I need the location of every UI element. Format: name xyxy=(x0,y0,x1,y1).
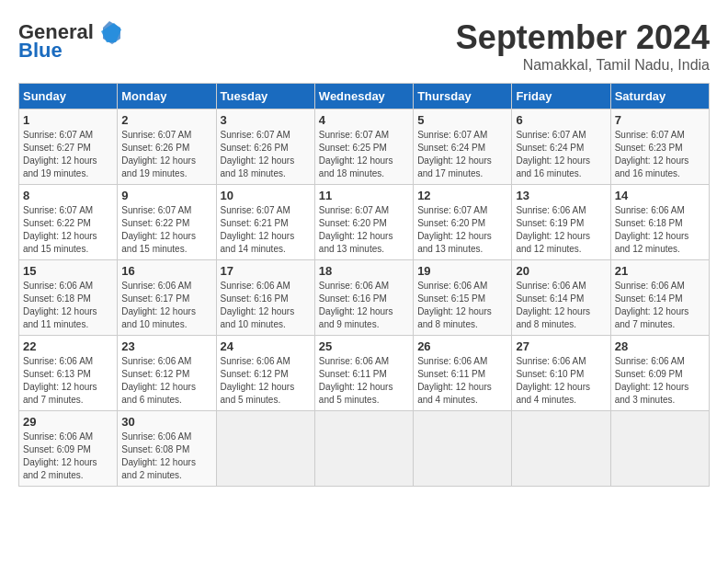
calendar-cell-empty-3-3 xyxy=(314,411,413,487)
calendar-cell-21: 21Sunrise: 6:06 AM Sunset: 6:14 PM Dayli… xyxy=(610,260,709,336)
calendar-header-row: SundayMondayTuesdayWednesdayThursdayFrid… xyxy=(19,84,710,109)
calendar-cell-16: 16Sunrise: 6:06 AM Sunset: 6:17 PM Dayli… xyxy=(118,260,216,336)
day-info-7: Sunrise: 6:07 AM Sunset: 6:23 PM Dayligh… xyxy=(615,129,705,180)
day-number-23: 23 xyxy=(121,339,211,353)
calendar-cell-17: 17Sunrise: 6:06 AM Sunset: 6:16 PM Dayli… xyxy=(216,260,314,336)
day-info-8: Sunrise: 6:07 AM Sunset: 6:22 PM Dayligh… xyxy=(23,204,113,256)
day-info-10: Sunrise: 6:07 AM Sunset: 6:21 PM Dayligh… xyxy=(221,204,311,256)
day-info-19: Sunrise: 6:06 AM Sunset: 6:15 PM Dayligh… xyxy=(417,280,507,331)
day-info-27: Sunrise: 6:06 AM Sunset: 6:10 PM Dayligh… xyxy=(516,355,606,407)
calendar-cell-empty-3-4 xyxy=(414,411,512,487)
day-info-13: Sunrise: 6:06 AM Sunset: 6:19 PM Dayligh… xyxy=(516,204,606,256)
calendar-cell-empty-3-6 xyxy=(610,411,709,487)
logo-icon xyxy=(96,18,123,46)
calendar-cell-empty-3-2 xyxy=(216,411,314,487)
calendar-cell-20: 20Sunrise: 6:06 AM Sunset: 6:14 PM Dayli… xyxy=(512,260,610,336)
day-info-23: Sunrise: 6:06 AM Sunset: 6:12 PM Dayligh… xyxy=(121,355,211,407)
calendar-cell-29: 29Sunrise: 6:06 AM Sunset: 6:09 PM Dayli… xyxy=(19,411,118,487)
day-number-18: 18 xyxy=(319,264,409,278)
calendar-cell-13: 13Sunrise: 6:06 AM Sunset: 6:19 PM Dayli… xyxy=(512,185,610,260)
day-header-sunday: Sunday xyxy=(19,84,118,109)
logo-blue: Blue xyxy=(18,39,63,63)
day-number-15: 15 xyxy=(23,264,113,278)
calendar-cell-3: 3Sunrise: 6:07 AM Sunset: 6:26 PM Daylig… xyxy=(216,109,314,185)
day-header-wednesday: Wednesday xyxy=(314,84,413,109)
day-number-10: 10 xyxy=(221,189,311,202)
day-header-friday: Friday xyxy=(512,84,610,109)
calendar-cell-23: 23Sunrise: 6:06 AM Sunset: 6:12 PM Dayli… xyxy=(118,336,216,411)
day-number-17: 17 xyxy=(221,264,311,278)
day-info-20: Sunrise: 6:06 AM Sunset: 6:14 PM Dayligh… xyxy=(516,280,606,331)
day-number-12: 12 xyxy=(417,189,507,202)
day-number-13: 13 xyxy=(516,189,606,202)
month-title: September 2024 xyxy=(456,18,710,57)
day-info-29: Sunrise: 6:06 AM Sunset: 6:09 PM Dayligh… xyxy=(23,431,113,482)
calendar-cell-14: 14Sunrise: 6:06 AM Sunset: 6:18 PM Dayli… xyxy=(610,185,709,260)
calendar-week-1: 1Sunrise: 6:07 AM Sunset: 6:27 PM Daylig… xyxy=(19,109,710,185)
day-number-14: 14 xyxy=(615,189,705,202)
day-info-14: Sunrise: 6:06 AM Sunset: 6:18 PM Dayligh… xyxy=(615,204,705,256)
day-number-2: 2 xyxy=(121,113,211,127)
day-info-18: Sunrise: 6:06 AM Sunset: 6:16 PM Dayligh… xyxy=(319,280,409,331)
calendar-week-3: 15Sunrise: 6:06 AM Sunset: 6:18 PM Dayli… xyxy=(19,260,710,336)
day-header-tuesday: Tuesday xyxy=(216,84,314,109)
calendar-cell-18: 18Sunrise: 6:06 AM Sunset: 6:16 PM Dayli… xyxy=(314,260,413,336)
day-info-12: Sunrise: 6:07 AM Sunset: 6:20 PM Dayligh… xyxy=(417,204,507,256)
calendar-cell-1: 1Sunrise: 6:07 AM Sunset: 6:27 PM Daylig… xyxy=(19,109,118,185)
calendar-cell-19: 19Sunrise: 6:06 AM Sunset: 6:15 PM Dayli… xyxy=(414,260,512,336)
calendar-cell-6: 6Sunrise: 6:07 AM Sunset: 6:24 PM Daylig… xyxy=(512,109,610,185)
calendar-cell-27: 27Sunrise: 6:06 AM Sunset: 6:10 PM Dayli… xyxy=(512,336,610,411)
day-number-9: 9 xyxy=(121,189,211,202)
day-info-28: Sunrise: 6:06 AM Sunset: 6:09 PM Dayligh… xyxy=(615,355,705,407)
day-info-26: Sunrise: 6:06 AM Sunset: 6:11 PM Dayligh… xyxy=(417,355,507,407)
calendar-cell-30: 30Sunrise: 6:06 AM Sunset: 6:08 PM Dayli… xyxy=(118,411,216,487)
calendar-cell-10: 10Sunrise: 6:07 AM Sunset: 6:21 PM Dayli… xyxy=(216,185,314,260)
day-info-5: Sunrise: 6:07 AM Sunset: 6:24 PM Dayligh… xyxy=(417,129,507,180)
day-number-25: 25 xyxy=(319,339,409,353)
calendar-cell-24: 24Sunrise: 6:06 AM Sunset: 6:12 PM Dayli… xyxy=(216,336,314,411)
day-info-11: Sunrise: 6:07 AM Sunset: 6:20 PM Dayligh… xyxy=(319,204,409,256)
day-info-15: Sunrise: 6:06 AM Sunset: 6:18 PM Dayligh… xyxy=(23,280,113,331)
day-info-3: Sunrise: 6:07 AM Sunset: 6:26 PM Dayligh… xyxy=(221,129,311,180)
day-info-24: Sunrise: 6:06 AM Sunset: 6:12 PM Dayligh… xyxy=(221,355,311,407)
day-number-20: 20 xyxy=(516,264,606,278)
calendar-week-5: 29Sunrise: 6:06 AM Sunset: 6:09 PM Dayli… xyxy=(19,411,710,487)
day-number-16: 16 xyxy=(121,264,211,278)
title-area: September 2024 Namakkal, Tamil Nadu, Ind… xyxy=(456,18,710,74)
calendar-cell-2: 2Sunrise: 6:07 AM Sunset: 6:26 PM Daylig… xyxy=(118,109,216,185)
day-number-22: 22 xyxy=(23,339,113,353)
day-number-5: 5 xyxy=(417,113,507,127)
page-header: General Blue September 2024 Namakkal, Ta… xyxy=(18,18,710,74)
day-header-monday: Monday xyxy=(118,84,216,109)
day-number-26: 26 xyxy=(417,339,507,353)
day-info-22: Sunrise: 6:06 AM Sunset: 6:13 PM Dayligh… xyxy=(23,355,113,407)
day-info-30: Sunrise: 6:06 AM Sunset: 6:08 PM Dayligh… xyxy=(121,431,211,482)
calendar-cell-7: 7Sunrise: 6:07 AM Sunset: 6:23 PM Daylig… xyxy=(610,109,709,185)
calendar-cell-26: 26Sunrise: 6:06 AM Sunset: 6:11 PM Dayli… xyxy=(414,336,512,411)
day-info-9: Sunrise: 6:07 AM Sunset: 6:22 PM Dayligh… xyxy=(121,204,211,256)
day-number-27: 27 xyxy=(516,339,606,353)
calendar-cell-4: 4Sunrise: 6:07 AM Sunset: 6:25 PM Daylig… xyxy=(314,109,413,185)
day-number-24: 24 xyxy=(221,339,311,353)
calendar-cell-28: 28Sunrise: 6:06 AM Sunset: 6:09 PM Dayli… xyxy=(610,336,709,411)
day-number-19: 19 xyxy=(417,264,507,278)
day-info-16: Sunrise: 6:06 AM Sunset: 6:17 PM Dayligh… xyxy=(121,280,211,331)
day-number-8: 8 xyxy=(23,189,113,202)
day-number-7: 7 xyxy=(615,113,705,127)
day-number-6: 6 xyxy=(516,113,606,127)
day-header-saturday: Saturday xyxy=(610,84,709,109)
calendar-cell-15: 15Sunrise: 6:06 AM Sunset: 6:18 PM Dayli… xyxy=(19,260,118,336)
day-number-21: 21 xyxy=(615,264,705,278)
day-number-29: 29 xyxy=(23,415,113,429)
day-info-17: Sunrise: 6:06 AM Sunset: 6:16 PM Dayligh… xyxy=(221,280,311,331)
day-number-28: 28 xyxy=(615,339,705,353)
day-info-6: Sunrise: 6:07 AM Sunset: 6:24 PM Dayligh… xyxy=(516,129,606,180)
day-number-1: 1 xyxy=(23,113,113,127)
day-info-2: Sunrise: 6:07 AM Sunset: 6:26 PM Dayligh… xyxy=(121,129,211,180)
day-header-thursday: Thursday xyxy=(414,84,512,109)
day-info-21: Sunrise: 6:06 AM Sunset: 6:14 PM Dayligh… xyxy=(615,280,705,331)
calendar-week-4: 22Sunrise: 6:06 AM Sunset: 6:13 PM Dayli… xyxy=(19,336,710,411)
location: Namakkal, Tamil Nadu, India xyxy=(456,57,710,74)
calendar-cell-25: 25Sunrise: 6:06 AM Sunset: 6:11 PM Dayli… xyxy=(314,336,413,411)
day-number-11: 11 xyxy=(319,189,409,202)
